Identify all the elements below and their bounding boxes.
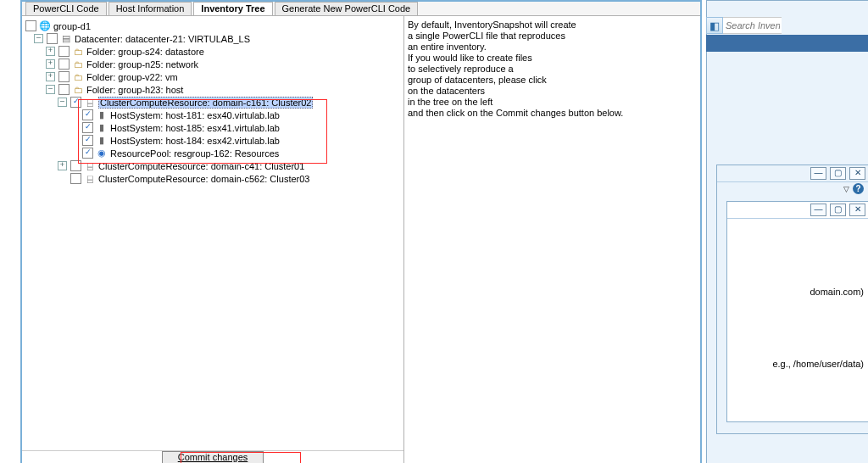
inventory-tree: 🌐 group-d1 – ▤ Datacenter: datacenter-21… [22,16,403,450]
tab-generate-powercli[interactable]: Generate New PowerCLI Code [275,2,419,15]
node-label: group-d1 [53,21,91,31]
folder-icon: 🗀 [72,59,84,70]
minimize-button[interactable]: — [810,167,826,180]
node-label: ClusterComputeResource: domain-c562: Clu… [98,174,309,184]
tree-cluster01[interactable]: + ⌸ ClusterComputeResource: domain-c41: … [25,159,403,172]
close-button[interactable]: ✕ [849,204,865,216]
tree-cluster03[interactable]: ⌸ ClusterComputeResource: domain-c562: C… [25,172,403,185]
tree-cluster02[interactable]: – ✓ ⌸ ClusterComputeResource: domain-c16… [25,96,403,109]
checkbox[interactable]: ✓ [82,135,93,146]
title-strip [706,35,868,52]
folder-icon: 🗀 [72,71,84,82]
tree-folder-network[interactable]: + 🗀 Folder: group-n25: network [25,58,403,70]
toggle-expand-icon[interactable]: + [46,72,55,81]
node-label: Folder: group-h23: host [86,85,183,95]
folder-icon: 🗀 [72,46,84,57]
tree-host-185[interactable]: ✓ ▮ HostSystem: host-185: esx41.virtulab… [25,121,403,134]
node-label: HostSystem: host-184: esx42.virtulab.lab [110,136,280,146]
datacenter-icon: ▤ [60,33,72,44]
node-label: HostSystem: host-181: esx40.virtulab.lab [110,110,280,120]
node-label: Folder: group-n25: network [86,59,198,70]
node-label: Datacenter: datacenter-21: VIRTULAB_LS [75,34,250,44]
cluster-icon: ⌸ [84,97,96,108]
commit-changes-button[interactable]: Commit changes [162,451,264,463]
node-label: ClusterComputeResource: domain-c161: Clu… [98,97,313,109]
host-icon: ▮ [96,109,108,120]
toggle-expand-icon[interactable]: + [46,47,55,56]
tree-resource-pool[interactable]: ✓ ◉ ResourcePool: resgroup-162: Resource… [25,147,403,159]
tree-datacenter[interactable]: – ▤ Datacenter: datacenter-21: VIRTULAB_… [25,32,403,45]
chevron-down-icon: ▽ [843,185,849,193]
toggle-collapse-icon[interactable]: – [58,98,67,107]
node-label: HostSystem: host-185: esx41.virtulab.lab [110,123,280,133]
folder-icon: 🗀 [72,84,84,95]
tab-host-information[interactable]: Host Information [108,2,192,15]
maximize-button[interactable]: ▢ [830,167,846,180]
help-icon[interactable]: ? [853,183,864,194]
toggle-expand-icon[interactable]: + [58,161,67,170]
checkbox[interactable] [58,71,70,82]
globe-icon: 🌐 [39,20,51,31]
tab-inventory-tree[interactable]: Inventory Tree [193,2,272,15]
tab-powercli-code[interactable]: PowerCLI Code [25,2,107,15]
info-pane: By default, InventorySnapshot will creat… [404,16,700,463]
inventory-snapshot-app: PowerCLI Code Host Information Inventory… [20,0,702,463]
tree-folder-host[interactable]: – 🗀 Folder: group-h23: host [25,83,403,96]
checkbox[interactable]: ✓ [82,109,93,120]
tree-folder-vm[interactable]: + 🗀 Folder: group-v22: vm [25,70,403,83]
hint-domain: domain.com) [810,287,864,297]
checkbox[interactable] [70,160,81,171]
tree-host-184[interactable]: ✓ ▮ HostSystem: host-184: esx42.virtulab… [25,134,403,147]
checkbox[interactable] [58,84,70,95]
tree-root[interactable]: 🌐 group-d1 [25,20,403,32]
tree-pane: 🌐 group-d1 – ▤ Datacenter: datacenter-21… [22,16,404,463]
minimize-button[interactable]: — [810,204,826,216]
checkbox[interactable]: ✓ [82,148,93,159]
host-icon: ▮ [96,122,108,133]
node-label: Folder: group-s24: datastore [86,47,204,57]
checkbox[interactable] [25,20,36,31]
checkbox[interactable] [70,173,81,184]
toggle-collapse-icon[interactable]: – [34,34,43,43]
tree-host-181[interactable]: ✓ ▮ HostSystem: host-181: esx40.virtulab… [25,109,403,121]
maximize-button[interactable]: ▢ [830,204,846,216]
checkbox[interactable] [58,59,70,70]
tree-folder-datastore[interactable]: + 🗀 Folder: group-s24: datastore [25,45,403,58]
node-label: ClusterComputeResource: domain-c41: Clus… [98,161,304,171]
footer: Commit changes [22,450,403,463]
checkbox[interactable] [58,46,70,57]
tabbar: PowerCLI Code Host Information Inventory… [22,2,700,16]
host-icon: ▮ [96,135,108,146]
bg-window-inner: — ▢ ✕ domain.com) e.g., /home/user/data) [726,201,868,422]
cluster-icon: ⌸ [84,173,96,184]
close-button[interactable]: ✕ [849,167,865,180]
node-label: ResourcePool: resgroup-162: Resources [110,148,279,159]
checkbox[interactable]: ✓ [82,122,93,133]
checkbox[interactable] [47,33,58,44]
hint-path: e.g., /home/user/data) [772,359,864,369]
toggle-collapse-icon[interactable]: – [46,85,55,94]
checkbox[interactable]: ✓ [70,97,81,108]
toggle-expand-icon[interactable]: + [46,59,55,69]
search-cube-icon: ◧ [706,17,723,34]
resourcepool-icon: ◉ [96,148,108,159]
cluster-icon: ⌸ [84,160,96,171]
node-label: Folder: group-v22: vm [86,72,178,82]
